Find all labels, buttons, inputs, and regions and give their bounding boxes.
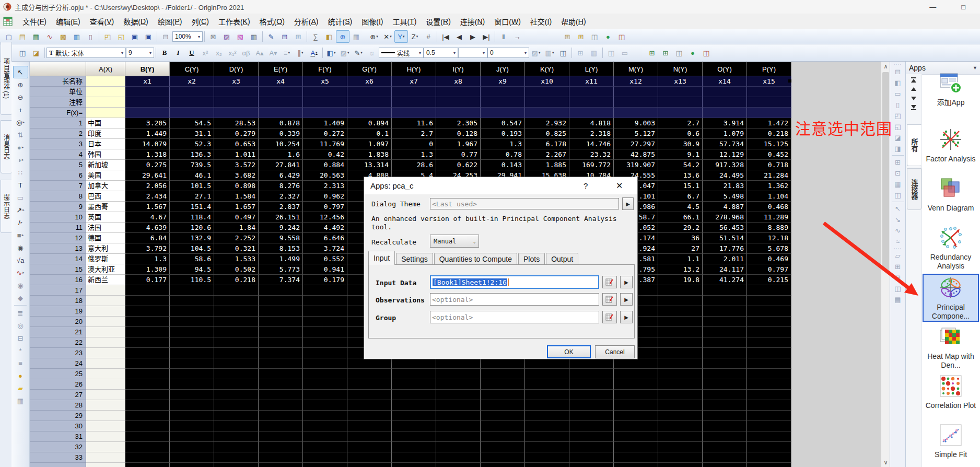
cell[interactable]: 2.837 (259, 202, 303, 212)
cell[interactable]: 0.275 (125, 160, 170, 170)
cell[interactable] (614, 358, 658, 369)
pan2-tool[interactable]: ◉ (13, 279, 28, 291)
cell[interactable] (392, 108, 436, 118)
cell[interactable] (392, 421, 436, 431)
cell[interactable]: 1.6 (259, 149, 303, 160)
cell[interactable] (392, 463, 436, 467)
apps-tab-所有[interactable]: 所有 (907, 124, 921, 166)
cell[interactable]: 13.314 (347, 160, 392, 170)
cell[interactable]: 0.941 (303, 264, 347, 275)
cell[interactable]: x13 (658, 76, 703, 87)
cell[interactable] (170, 306, 214, 317)
cell[interactable] (658, 442, 703, 452)
cell[interactable]: 151.4 (170, 202, 214, 212)
row-header-22[interactable]: 22 (30, 337, 86, 348)
cell[interactable] (658, 97, 703, 108)
cell[interactable]: 9.558 (259, 233, 303, 243)
cell[interactable] (392, 358, 436, 369)
chevron-down-icon[interactable]: ▾ (149, 51, 151, 55)
row-header-33[interactable]: 33 (30, 452, 86, 463)
cell[interactable] (170, 442, 214, 452)
sheet-corner[interactable] (30, 62, 86, 76)
cell[interactable] (747, 317, 791, 327)
cell[interactable]: 15.1 (658, 181, 703, 191)
object-tool-button[interactable]: ↘ (892, 214, 904, 225)
app-item-factor[interactable]: Factor Analysis (923, 125, 979, 165)
hotkey-panel-button[interactable]: # (422, 30, 435, 43)
cell[interactable]: 41.274 (703, 275, 747, 285)
cell[interactable]: 132.9 (170, 233, 214, 243)
cell[interactable]: 19.8 (658, 275, 703, 285)
cell[interactable]: 4.887 (703, 202, 747, 212)
cell[interactable]: 30.9 (658, 139, 703, 149)
increase-font-button[interactable]: A▴ (253, 46, 266, 59)
cell[interactable] (86, 97, 125, 108)
cell[interactable] (170, 369, 214, 379)
menu-工具(T)[interactable]: 工具(T) (388, 14, 421, 29)
cell[interactable] (86, 87, 125, 97)
cell[interactable]: x5 (303, 76, 347, 87)
list-lines-tool[interactable]: ≣ (13, 307, 28, 319)
cell[interactable] (86, 337, 125, 348)
cell[interactable]: 2.305 (436, 118, 481, 129)
cell[interactable] (170, 327, 214, 337)
cell[interactable] (125, 369, 170, 379)
cell[interactable]: 1.3 (481, 139, 525, 149)
cell[interactable] (569, 390, 614, 400)
row-header-24[interactable]: 24 (30, 358, 86, 369)
menu-社交(I)[interactable]: 社交(I) (526, 14, 556, 29)
cell[interactable]: 1.567 (125, 202, 170, 212)
cell[interactable]: 4.67 (125, 212, 170, 223)
duplicate-window-button[interactable]: ◫ (588, 30, 601, 43)
go-previous-button[interactable]: ◀ (452, 30, 466, 43)
cell[interactable]: 46.1 (170, 170, 214, 181)
cell[interactable] (658, 296, 703, 306)
menu-列(C)[interactable]: 列(C) (186, 14, 213, 29)
cell[interactable] (86, 442, 125, 452)
cell[interactable] (614, 442, 658, 452)
cell[interactable]: 2.011 (703, 254, 747, 264)
mask-points-tool[interactable]: ◑▸ (13, 154, 28, 166)
cell[interactable] (747, 369, 791, 379)
cell[interactable] (86, 327, 125, 337)
object-tool-button[interactable]: ◧ (892, 77, 904, 88)
cell[interactable] (481, 452, 525, 463)
ok-button[interactable]: OK (547, 345, 591, 358)
input-data-field[interactable]: [Book1]Sheet1!2:16 (430, 275, 599, 289)
border-pen-button[interactable]: ✎▾ (352, 46, 365, 59)
cell[interactable] (614, 390, 658, 400)
data-reader-tool[interactable]: ◎▸ (13, 116, 28, 129)
scroll-up-button[interactable] (909, 85, 918, 93)
row-header-8[interactable]: 8 (30, 191, 86, 202)
cell[interactable]: 0.218 (747, 129, 791, 139)
cell[interactable] (259, 358, 303, 369)
cell[interactable]: 1.309 (125, 264, 170, 275)
cell[interactable] (614, 452, 658, 463)
cell[interactable] (436, 379, 481, 390)
cell[interactable]: 1.318 (125, 149, 170, 160)
cell[interactable] (214, 411, 259, 421)
cell[interactable]: 1.079 (703, 129, 747, 139)
cell[interactable] (170, 348, 214, 358)
cell[interactable] (525, 442, 569, 452)
app-item-heatmap[interactable]: Heat Map with Den... (923, 323, 979, 371)
app-item-venn[interactable]: Venn Diagram (923, 174, 979, 214)
object-tool-button[interactable]: ◱ (892, 121, 904, 132)
save-as-button[interactable]: ▣ (142, 30, 155, 43)
new-workbook-button[interactable]: ▤ (16, 30, 29, 43)
cell[interactable] (525, 97, 569, 108)
cell[interactable] (703, 285, 747, 296)
tab-settings[interactable]: Settings (396, 253, 433, 265)
subscript-button[interactable]: x₂ (212, 46, 226, 59)
image-window-button[interactable]: ▨ (220, 30, 234, 43)
cell[interactable] (392, 452, 436, 463)
selection-handle[interactable] (788, 79, 791, 83)
row-header-16[interactable]: 16 (30, 275, 86, 285)
cell[interactable] (303, 306, 347, 317)
cell[interactable]: 136.3 (170, 149, 214, 160)
cell[interactable] (86, 452, 125, 463)
cell[interactable]: 德国 (86, 233, 125, 243)
row-header-注释[interactable]: 注释 (30, 97, 86, 108)
new-window-button[interactable]: ◫ (672, 46, 686, 59)
row-header-F(x)=[interactable]: F(x)= (30, 108, 86, 118)
